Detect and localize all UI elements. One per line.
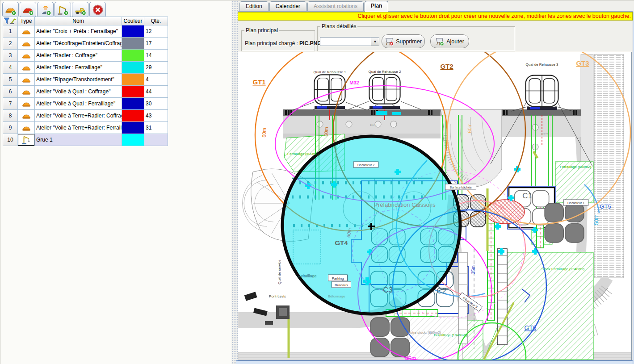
plan-label: 45m [405,355,416,360]
hardhat-icon [22,63,31,71]
svg-text:Décanteur 1: Décanteur 1 [567,201,584,205]
tab-plan[interactable]: Plan [365,1,388,12]
svg-text:Quai de Rehausse 2: Quai de Rehausse 2 [369,70,401,74]
table-row[interactable]: 5 Atelier "Ripage/Transbordement"4 [3,74,168,86]
row-number: 10 [3,134,18,146]
row-number: 1 [3,25,18,38]
table-row[interactable]: 9 Atelier "Voile à Terre+Radier: Ferrail… [3,122,168,134]
row-number: 2 [3,38,18,50]
plan-label: Bétonnage [328,294,345,298]
worker-icon [40,4,51,16]
plan-label: Autre stock. (860m2) [408,331,441,335]
svg-text:60m: 60m [261,128,267,137]
svg-text:GT4: GT4 [335,239,348,247]
column-header[interactable]: Nom [35,17,122,25]
plan-label: C1 [522,192,532,200]
supprimer-label: Supprimer [396,38,422,45]
plan-principal-title: Plan principal [244,27,279,33]
detailed-plan-select-value [320,38,371,46]
plan-label: Pont-Levis [269,294,286,298]
plan-label: Décanteur 2 [353,162,378,167]
table-row[interactable]: 2 Atelier "Décoffrage/Entretien/Coffrag1… [3,38,168,50]
svg-text:Avitaillage: Avitaillage [298,274,317,278]
table-row[interactable]: 4 Atelier "Radier : Ferraillage"29 [3,62,168,74]
resources-toolbar [2,2,107,17]
detailed-plan-select[interactable]: ▼ [320,37,379,46]
quantity: 44 [144,86,168,98]
plan-label: 35m [471,265,476,274]
type-icon-cell [18,122,35,134]
plan-label: Bureaux [332,281,351,288]
row-number: 6 [3,86,18,98]
row-number: 8 [3,110,18,122]
plan-label: 60m [261,128,267,137]
ajouter-label: Ajouter [446,38,464,45]
table-row[interactable]: 8 Atelier "Voile à Terre+Radier: Coffrag… [3,110,168,122]
ajouter-button[interactable]: Ajouter [430,34,469,48]
atelier-name: Atelier "Radier : Ferraillage" [35,62,122,74]
svg-text:35m: 35m [471,265,476,274]
tab-edition[interactable]: Edition [239,1,269,11]
quantity: 30 [144,98,168,110]
tab-calendrier[interactable]: Calendrier [269,1,307,11]
type-icon-cell [18,25,35,38]
add-worker-button[interactable] [37,2,54,17]
atelier-name: Grue 1 [35,134,122,146]
svg-text:Pont-Levis: Pont-Levis [269,294,286,298]
table-header-row: TypeNomCouleurQté. [3,17,168,25]
svg-text:50m: 50m [593,214,600,225]
svg-text:Quai de Rehausse 1: Quai de Rehausse 1 [314,70,346,74]
atelier-name: Atelier "Voile à Terre+Radier: Ferrail [35,122,122,134]
atelier-name: Atelier "Décoffrage/Entretien/Coffrag [35,38,122,50]
plan-label: BET [370,123,377,127]
plan-label: Décanteur 1 [563,200,588,205]
supprimer-button[interactable]: Supprimer [382,34,425,48]
add-crane-button[interactable] [55,2,71,17]
color-swatch [122,25,144,38]
tab-assistant-rotations: Assistant rotations [307,1,364,11]
table-row[interactable]: 10 Grue 1 [3,134,168,146]
hardhat-icon [22,75,31,84]
svg-text:BET: BET [370,123,377,127]
color-swatch [122,74,144,86]
table-row[interactable]: 3 Atelier "Radier : Coffrage"14 [3,50,168,62]
plan-label: Stock Ferraillage (2340m2) [542,267,585,271]
svg-text:Bétonnage: Bétonnage [328,294,345,298]
table-row[interactable]: 7 Atelier "Voile à Quai : Ferraillage"30 [3,98,168,110]
add-atelier-alt-button[interactable] [20,2,36,17]
site-plan-canvas[interactable]: GT160mGT260mGT360mM32GT460mGT6GT550m45m3… [238,52,632,360]
type-icon-cell [18,98,35,110]
chevron-down-icon[interactable]: ▼ [371,38,379,46]
color-swatch [122,110,144,122]
add-atelier-button[interactable] [2,2,19,17]
hardhat-icon [22,51,31,59]
column-header[interactable]: Couleur [122,17,144,25]
svg-text:60m: 60m [323,127,329,136]
type-icon-cell [18,38,35,50]
atelier-name: Atelier "Radier : Coffrage" [35,50,122,62]
hint-banner: Cliquer et glisser avec le bouton droit … [238,12,633,21]
table-row[interactable]: 1 Atelier "Croix + Préfa : Ferraillage"1… [3,25,168,38]
atelier-name: Atelier "Ripage/Transbordement" [35,74,122,86]
plan-label: GT1 [252,78,265,86]
plan-label: GT3 [576,59,589,67]
svg-text:C2: C2 [437,287,446,295]
svg-text:Décanteur 2: Décanteur 2 [357,163,374,167]
plan-label: GT4 [335,239,348,247]
easel-delete-icon [385,37,394,46]
column-header[interactable]: Type [18,17,35,25]
quantity: 4 [144,74,168,86]
column-header[interactable]: Qté. [144,17,168,25]
plan-label: GT2 [440,63,453,70]
hardhat-icon [5,4,17,16]
delete-button[interactable] [89,2,106,17]
row-number: 7 [3,98,18,110]
svg-text:GT1: GT1 [252,78,265,86]
resources-panel: TypeNomCouleurQté. 1 Atelier "Croix + Pr… [0,0,232,364]
color-swatch [122,98,144,110]
table-row[interactable]: 6 Atelier "Voile à Quai : Coffrage"44 [3,86,168,98]
add-vehicle-button[interactable] [72,2,88,17]
column-header[interactable] [3,17,18,25]
svg-text:45m: 45m [405,355,416,360]
svg-text:Autre stock. (860m2): Autre stock. (860m2) [408,331,441,335]
